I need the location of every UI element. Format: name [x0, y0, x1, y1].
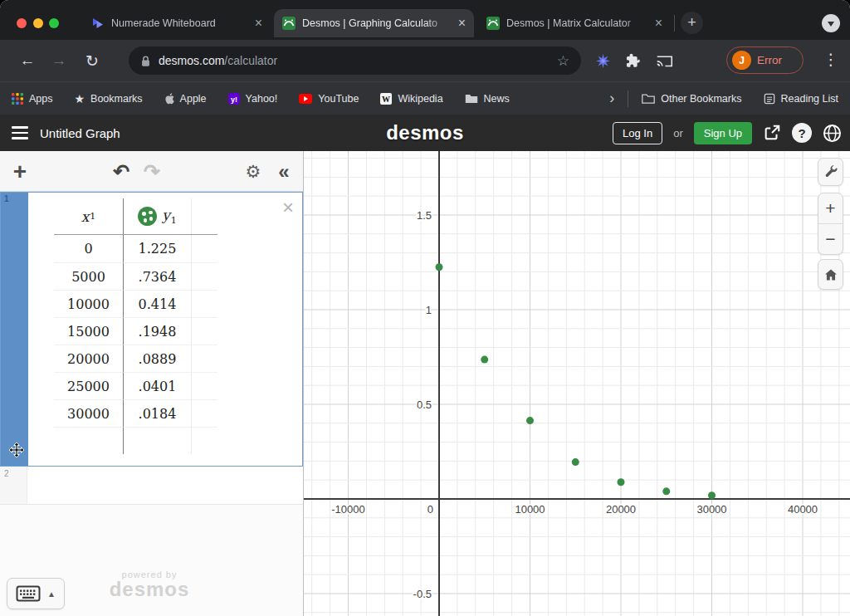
- language-globe-icon[interactable]: [823, 124, 842, 143]
- bookmark-yahoo[interactable]: y! Yahoo!: [228, 93, 278, 105]
- table-cell-x[interactable]: 30000: [54, 399, 123, 427]
- other-bookmarks-button[interactable]: Other Bookmarks: [642, 93, 741, 105]
- table-cell-x[interactable]: 0: [54, 235, 123, 262]
- table-header-x[interactable]: x1: [54, 198, 123, 234]
- zoom-out-button[interactable]: −: [818, 223, 843, 254]
- tab-close-icon[interactable]: ×: [655, 17, 662, 30]
- tab-close-icon[interactable]: ×: [458, 17, 466, 30]
- svg-text:40000: 40000: [788, 503, 818, 516]
- bookmark-label: Apple: [180, 93, 207, 105]
- extensions-puzzle-icon[interactable]: [625, 53, 641, 69]
- mouse-cursor-move-icon: [8, 442, 25, 458]
- table-cell-y[interactable]: .1948: [123, 317, 191, 345]
- window-zoom-button[interactable]: [49, 18, 59, 28]
- or-label: or: [673, 127, 683, 139]
- svg-text:0: 0: [427, 503, 433, 516]
- bookmark-apple[interactable]: Apple: [164, 93, 207, 105]
- bookmark-label: Bookmarks: [90, 93, 143, 105]
- table-cell-x[interactable]: 10000: [54, 290, 123, 317]
- data-point[interactable]: [662, 487, 670, 495]
- log-in-button[interactable]: Log In: [613, 122, 662, 144]
- delete-expression-icon[interactable]: ×: [282, 198, 294, 218]
- zoom-in-button[interactable]: +: [818, 193, 843, 223]
- data-point[interactable]: [481, 356, 488, 364]
- help-button[interactable]: ?: [792, 123, 812, 143]
- window-minimize-button[interactable]: [33, 18, 43, 28]
- share-icon[interactable]: [763, 124, 781, 142]
- expression-2-gutter[interactable]: 2: [0, 467, 27, 504]
- point-style-icon[interactable]: [138, 207, 157, 226]
- main-menu-icon[interactable]: [12, 126, 28, 139]
- new-tab-button[interactable]: +: [681, 12, 703, 34]
- table-cell-y[interactable]: 0.414: [123, 290, 191, 317]
- tab-desmos-graphing[interactable]: Desmos | Graphing Calculato ×: [274, 9, 474, 37]
- desmos-logo[interactable]: desmos: [386, 121, 464, 144]
- bookmark-wikipedia[interactable]: W Wikipedia: [380, 93, 442, 105]
- expression-item-1[interactable]: 1 × x1 y1 01.2255000.73641000: [0, 192, 303, 467]
- tab-numerade-whiteboard[interactable]: Numerade Whiteboard ×: [83, 9, 271, 37]
- data-point[interactable]: [572, 458, 579, 466]
- back-button[interactable]: ←: [15, 48, 40, 73]
- window-close-button[interactable]: [17, 18, 27, 28]
- sign-up-button[interactable]: Sign Up: [694, 122, 752, 144]
- redo-button[interactable]: ↷: [139, 151, 165, 192]
- tab-title: Numerade Whiteboard: [111, 17, 248, 29]
- expression-item-2[interactable]: 2: [0, 467, 303, 505]
- undo-button[interactable]: ↶: [108, 151, 134, 192]
- powered-by-watermark: powered by desmos: [83, 570, 216, 601]
- table-cell-y[interactable]: 1.225: [123, 235, 191, 262]
- table-cell-y[interactable]: [123, 427, 191, 454]
- watermark-line2: desmos: [83, 578, 216, 601]
- tab-close-icon[interactable]: ×: [255, 17, 262, 30]
- scatter-points[interactable]: [436, 263, 716, 499]
- tab-desmos-matrix[interactable]: Desmos | Matrix Calculator ×: [478, 9, 671, 37]
- table-row: 15000.1948: [54, 317, 217, 345]
- table-cell-x[interactable]: [54, 427, 123, 454]
- table-cell-x[interactable]: 15000: [54, 317, 123, 345]
- table-cell-x[interactable]: 5000: [54, 262, 123, 290]
- bookmark-label: YouTube: [318, 93, 359, 105]
- table-header-y[interactable]: y1: [123, 198, 191, 234]
- default-viewport-home-button[interactable]: [818, 259, 843, 290]
- cast-icon[interactable]: [656, 53, 673, 68]
- caret-up-icon: ▲: [47, 589, 56, 599]
- keyboard-toggle-button[interactable]: ▲: [7, 578, 65, 609]
- bookmarks-overflow-chevron[interactable]: ›: [609, 90, 614, 107]
- table-row: 30000.0184: [54, 399, 217, 427]
- reload-button[interactable]: ↻: [80, 48, 105, 73]
- table-cell-y[interactable]: .7364: [123, 262, 191, 290]
- graph-area: -100000100002000030000400001.510.5-0.5 +…: [304, 151, 850, 616]
- bookmark-label: News: [484, 93, 510, 105]
- graph-settings-button[interactable]: [818, 158, 843, 186]
- browser-menu-button[interactable]: ⋮: [822, 50, 840, 69]
- address-bar[interactable]: desmos.com/calculator ☆: [129, 46, 581, 75]
- forward-button[interactable]: →: [46, 48, 71, 73]
- data-point[interactable]: [436, 263, 443, 271]
- bookmark-star-icon[interactable]: ☆: [557, 52, 569, 70]
- profile-error-chip[interactable]: J Error: [726, 46, 804, 74]
- graph-title[interactable]: Untitled Graph: [40, 126, 120, 140]
- extension-flower-icon[interactable]: [596, 54, 610, 68]
- bookmark-bookmarks[interactable]: ★ Bookmarks: [75, 92, 143, 105]
- table-cell-x[interactable]: 25000: [54, 372, 123, 399]
- data-point[interactable]: [526, 417, 534, 424]
- table-cell-y[interactable]: .0401: [123, 372, 191, 399]
- graph-canvas[interactable]: -100000100002000030000400001.510.5-0.5: [304, 151, 850, 616]
- table-cell-y[interactable]: .0889: [123, 345, 191, 372]
- bookmark-apps[interactable]: Apps: [12, 93, 53, 105]
- apps-grid-icon: [12, 93, 23, 105]
- table-cell-y[interactable]: .0184: [123, 399, 191, 427]
- table-cell-x[interactable]: 20000: [54, 345, 123, 372]
- bookmark-news-folder[interactable]: News: [465, 93, 510, 105]
- add-expression-button[interactable]: +: [7, 151, 33, 192]
- tab-search-button[interactable]: [822, 14, 840, 32]
- collapse-panel-button[interactable]: «: [271, 151, 297, 192]
- bookmark-youtube[interactable]: YouTube: [299, 93, 359, 105]
- expression-index: 1: [4, 194, 9, 203]
- tab-title: Desmos | Graphing Calculato: [302, 17, 452, 29]
- reading-list-button[interactable]: Reading List: [764, 93, 839, 105]
- data-point[interactable]: [708, 491, 716, 499]
- expression-1-gutter[interactable]: 1: [1, 193, 28, 466]
- data-point[interactable]: [618, 478, 625, 486]
- edit-list-gear-button[interactable]: ⚙: [240, 151, 266, 192]
